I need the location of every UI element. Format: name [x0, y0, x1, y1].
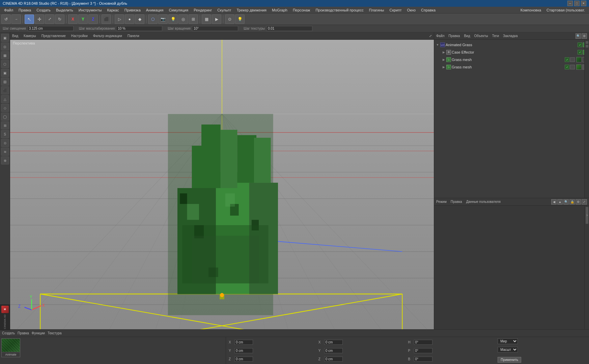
- menu-file[interactable]: Файл: [1, 7, 16, 13]
- panel-search-button[interactable]: 🔍: [576, 33, 581, 39]
- cube-button[interactable]: ⬡: [148, 14, 158, 24]
- menu-startup[interactable]: Стартовая (пользоват.: [544, 7, 588, 13]
- attr-nav-search[interactable]: 🔍: [563, 199, 569, 205]
- left-tool-14[interactable]: ≋: [1, 148, 9, 156]
- grass-mesh-2-tag1[interactable]: [570, 65, 575, 69]
- scale-step-input[interactable]: [116, 26, 162, 31]
- coord-b-input[interactable]: [414, 357, 432, 362]
- attr-nav-expand[interactable]: ⤢: [582, 199, 587, 205]
- coord-p-input[interactable]: [414, 348, 432, 353]
- panel-menu-view[interactable]: Вид: [464, 34, 470, 38]
- menu-mograph[interactable]: MoGraph: [269, 7, 290, 13]
- viewport-canvas[interactable]: Перспектива: [10, 40, 434, 336]
- camera-button[interactable]: 📷: [158, 14, 168, 24]
- menu-tools[interactable]: Инструменты: [76, 7, 105, 13]
- bottom-menu-texture[interactable]: Текстура: [48, 331, 61, 335]
- menu-script[interactable]: Скрипт: [387, 7, 404, 13]
- viewport-menu-panels[interactable]: Панели: [128, 34, 139, 38]
- attr-nav-options[interactable]: ⚙: [576, 199, 581, 205]
- left-tool-13[interactable]: ⊙: [1, 139, 9, 147]
- viewport-menu-filter[interactable]: Фильтр индикации: [93, 34, 122, 38]
- bottom-menu-functions[interactable]: Функции: [32, 331, 45, 335]
- bottom-menu-create[interactable]: Создать: [2, 331, 15, 335]
- coord-scale-select[interactable]: Масштаб: [498, 347, 518, 353]
- menu-window[interactable]: Окно: [404, 7, 418, 13]
- attr-menu-user-data[interactable]: Данные пользователя: [466, 200, 501, 204]
- menu-simulate[interactable]: Симуляция: [166, 7, 191, 13]
- rotate-tool-button[interactable]: ↻: [55, 14, 64, 24]
- left-tool-11[interactable]: ⊞: [1, 121, 9, 129]
- coord-h-input[interactable]: [414, 340, 432, 345]
- animated-grass-visibility[interactable]: ✓: [578, 42, 582, 47]
- scale-tool-button[interactable]: ⤢: [45, 14, 54, 24]
- expand-icon-grass-mesh-2[interactable]: ▶: [442, 65, 446, 69]
- case-effector-visibility[interactable]: ✓: [578, 50, 582, 55]
- viewport-menu-view[interactable]: Вид: [12, 34, 18, 38]
- menu-create[interactable]: Создать: [34, 7, 53, 13]
- left-tool-10[interactable]: ◯: [1, 113, 9, 121]
- left-tool-sculpt[interactable]: S: [1, 130, 9, 138]
- panel-menu-tags[interactable]: Теги: [492, 34, 499, 38]
- grass-mesh-2-visibility[interactable]: ✓: [565, 65, 569, 69]
- object-item-grass-mesh-2[interactable]: ▶ △ Grass mesh ✓: [434, 63, 589, 71]
- object-item-case-effector[interactable]: ▶ ⚙ Case Effector ✓ ✓: [434, 49, 589, 56]
- menu-animation[interactable]: Анимация: [143, 7, 166, 13]
- attr-nav-lock[interactable]: 🔒: [569, 199, 575, 205]
- menu-layout[interactable]: Компоновка: [518, 7, 544, 13]
- expand-icon-animated-grass[interactable]: ▼: [436, 43, 440, 47]
- bottom-menu-edit[interactable]: Правка: [18, 331, 29, 335]
- left-tool-7[interactable]: ⬛: [1, 86, 9, 94]
- grass-mesh-1-visibility[interactable]: ✓: [565, 57, 569, 62]
- left-tool-2[interactable]: ◎: [1, 42, 9, 51]
- attr-menu-mode[interactable]: Режим: [436, 200, 447, 204]
- attr-menu-edit[interactable]: Правка: [451, 200, 462, 204]
- anim-play-button[interactable]: ▷: [115, 14, 124, 24]
- left-tool-8[interactable]: △: [1, 95, 9, 103]
- expand-icon-grass-mesh-1[interactable]: ▶: [442, 58, 446, 62]
- grass-mesh-1-mat1[interactable]: [576, 57, 582, 62]
- coord-z-size-input[interactable]: [324, 357, 343, 362]
- coord-x-pos-input[interactable]: [234, 340, 253, 345]
- coord-world-select[interactable]: Мир Объект: [498, 338, 518, 344]
- viewport-menu-display[interactable]: Представление: [41, 34, 66, 38]
- panel-menu-file[interactable]: Файл: [436, 34, 445, 38]
- display-button[interactable]: 💡: [235, 14, 245, 24]
- coord-y-pos-input[interactable]: [234, 348, 253, 353]
- menu-edit[interactable]: Правка: [16, 7, 34, 13]
- grass-mesh-1-tag1[interactable]: [570, 57, 575, 62]
- object-item-grass-mesh-1[interactable]: ▶ △ Grass mesh ✓: [434, 56, 589, 63]
- left-tool-3[interactable]: ▦: [1, 51, 9, 59]
- light-button[interactable]: 💡: [168, 14, 178, 24]
- coord-z-pos-input[interactable]: [234, 357, 253, 362]
- y-axis-button[interactable]: Y: [78, 14, 88, 24]
- viewport-menu-cameras[interactable]: Камеры: [24, 34, 36, 38]
- menu-production[interactable]: Производственный процесс: [313, 7, 366, 13]
- apply-button[interactable]: Применить: [498, 357, 521, 363]
- close-button[interactable]: ✕: [581, 1, 586, 6]
- attr-nav-back[interactable]: ◀: [551, 199, 557, 205]
- menu-wireframe[interactable]: Каркас: [104, 7, 121, 13]
- viewport-expand-button[interactable]: ⤢: [429, 34, 432, 38]
- left-tool-1[interactable]: ▣: [1, 34, 9, 42]
- left-tool-4[interactable]: ⬡: [1, 60, 9, 68]
- select-tool-button[interactable]: ↖: [25, 14, 34, 24]
- shift-step-input[interactable]: [27, 26, 74, 31]
- panel-menu-bookmarks[interactable]: Закладка: [503, 34, 517, 38]
- texture-step-input[interactable]: [266, 26, 312, 31]
- viewport-options-button[interactable]: ⊙: [225, 14, 234, 24]
- rotate-step-input[interactable]: [192, 26, 238, 31]
- menu-plugins[interactable]: Плагины: [366, 7, 387, 13]
- render-button[interactable]: ▶: [212, 14, 221, 24]
- menu-help[interactable]: Справка: [418, 7, 438, 13]
- menu-tracker[interactable]: Трекер движения: [234, 7, 269, 13]
- minimize-button[interactable]: ─: [567, 1, 573, 6]
- panel-menu-edit[interactable]: Правка: [449, 34, 460, 38]
- menu-sculpt[interactable]: Скульпт: [215, 7, 234, 13]
- left-tool-6[interactable]: ▧: [1, 78, 9, 86]
- menu-snap[interactable]: Привязка: [122, 7, 143, 13]
- left-tool-15[interactable]: ⊗: [1, 156, 9, 164]
- coord-y-size-input[interactable]: [324, 348, 343, 353]
- material-button[interactable]: ◎: [178, 14, 188, 24]
- z-axis-button[interactable]: Z: [88, 14, 98, 24]
- viewport-menu-settings[interactable]: Настройки: [71, 34, 88, 38]
